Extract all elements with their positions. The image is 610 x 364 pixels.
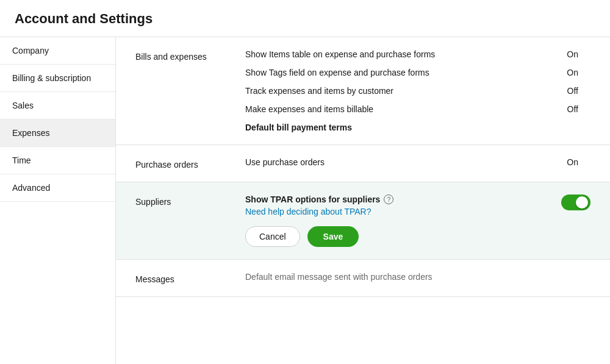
bills-setting-value-3: Off	[554, 104, 590, 114]
bills-footer: Default bill payment terms	[245, 123, 590, 132]
tpar-title: Show TPAR options for suppliers	[245, 194, 380, 204]
toggle-track[interactable]	[561, 194, 590, 210]
messages-section-label: Messages	[135, 272, 245, 284]
tpar-toggle[interactable]	[561, 194, 590, 210]
main-content: Bills and expenses Show Items table on e…	[116, 37, 610, 364]
sidebar-item-company[interactable]: Company	[0, 37, 115, 65]
bills-setting-row-0: Show Items table on expense and purchase…	[245, 49, 590, 59]
bills-setting-text-1: Show Tags field on expense and purchase …	[245, 68, 554, 77]
bills-setting-row-3: Make expenses and items billableOff	[245, 104, 590, 114]
purchase-section-label: Purchase orders	[135, 157, 245, 170]
sidebar-item-billing[interactable]: Billing & subscription	[0, 65, 115, 92]
sidebar-item-advanced[interactable]: Advanced	[0, 174, 115, 202]
content-area: CompanyBilling & subscriptionSalesExpens…	[0, 37, 610, 364]
bills-setting-value-1: On	[554, 68, 590, 77]
sidebar-item-sales[interactable]: Sales	[0, 92, 115, 120]
tpar-header: Show TPAR options for suppliers ?	[245, 194, 393, 204]
bills-setting-text-3: Make expenses and items billable	[245, 104, 554, 114]
bills-setting-value-2: Off	[554, 86, 590, 96]
purchase-setting-text: Use purchase orders	[245, 157, 554, 167]
page-wrapper: Account and Settings CompanyBilling & su…	[0, 0, 610, 364]
messages-text: Default email message sent with purchase…	[245, 272, 432, 282]
sidebar-item-time[interactable]: Time	[0, 147, 115, 174]
tpar-info: Show TPAR options for suppliers ? Need h…	[245, 194, 393, 216]
save-button[interactable]: Save	[307, 226, 359, 247]
help-icon[interactable]: ?	[384, 194, 393, 204]
sidebar-item-expenses[interactable]: Expenses	[0, 120, 115, 147]
bills-section-content: Show Items table on expense and purchase…	[245, 49, 590, 132]
toggle-thumb	[576, 196, 588, 209]
bills-setting-text-2: Track expenses and items by customer	[245, 86, 554, 96]
purchase-setting-value: On	[554, 157, 590, 167]
bills-section-label: Bills and expenses	[135, 49, 245, 62]
suppliers-buttons: Cancel Save	[245, 226, 590, 247]
page-title: Account and Settings	[0, 0, 610, 37]
purchase-setting-row: Use purchase orders On	[245, 157, 590, 167]
bills-and-expenses-section: Bills and expenses Show Items table on e…	[116, 37, 610, 145]
messages-content: Default email message sent with purchase…	[245, 272, 590, 282]
purchase-orders-section: Purchase orders Use purchase orders On	[116, 145, 610, 182]
messages-section: Messages Default email message sent with…	[116, 260, 610, 297]
bills-setting-value-0: On	[554, 49, 590, 59]
suppliers-section-label: Suppliers	[135, 194, 245, 207]
bills-setting-text-0: Show Items table on expense and purchase…	[245, 49, 554, 59]
tpar-link[interactable]: Need help deciding about TPAR?	[245, 207, 371, 216]
suppliers-content: Show TPAR options for suppliers ? Need h…	[245, 194, 590, 247]
suppliers-section: Suppliers Show TPAR options for supplier…	[116, 182, 610, 260]
bills-setting-row-2: Track expenses and items by customerOff	[245, 86, 590, 96]
sidebar: CompanyBilling & subscriptionSalesExpens…	[0, 37, 116, 364]
bills-setting-row-1: Show Tags field on expense and purchase …	[245, 68, 590, 77]
purchase-section-content: Use purchase orders On	[245, 157, 590, 167]
cancel-button[interactable]: Cancel	[245, 226, 300, 247]
